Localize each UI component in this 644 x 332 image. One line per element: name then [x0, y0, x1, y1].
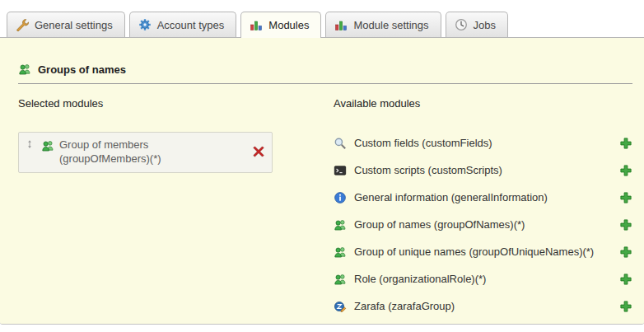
available-module-label: Group of unique names (groupOfUniqueName… — [354, 245, 594, 258]
available-module-item-role: Role (organizationalRole)(*) — [334, 265, 632, 292]
available-module-item-zarafa: Zarafa (zarafaGroup) — [334, 292, 632, 320]
selected-modules-column: Selected modules Group of members (group… — [18, 97, 334, 320]
available-module-item-general-information: General information (generalInformation) — [334, 184, 632, 211]
page-title: Groups of names — [38, 63, 126, 76]
tab-label: Jobs — [474, 19, 496, 31]
group-icon — [41, 139, 54, 152]
selected-module-item-group-of-members[interactable]: Group of members (groupOfMembers)(*) — [18, 132, 273, 173]
available-module-label: Role (organizationalRole)(*) — [354, 273, 486, 285]
selected-modules-list: Group of members (groupOfMembers)(*) — [18, 132, 334, 173]
add-module-button[interactable] — [619, 191, 632, 204]
magnifier-icon — [334, 137, 347, 150]
modules-icon — [250, 18, 263, 31]
modules-icon — [334, 18, 348, 31]
available-module-item-custom-fields: Custom fields (customFields) — [334, 129, 632, 157]
add-module-button[interactable] — [619, 245, 632, 259]
group-icon — [334, 245, 347, 259]
tab-label: Modules — [268, 19, 309, 31]
available-module-label: Custom fields (customFields) — [354, 137, 492, 149]
available-module-label: Custom scripts (customScripts) — [354, 164, 502, 176]
tab-module-settings[interactable]: Module settings — [325, 12, 441, 37]
clock-icon — [455, 18, 468, 31]
zarafa-icon — [334, 300, 347, 313]
info-icon — [334, 191, 347, 204]
group-icon — [334, 218, 347, 231]
selected-modules-heading: Selected modules — [18, 97, 334, 110]
tab-bar: General settings Account types Modules M… — [0, 0, 644, 37]
group-icon — [18, 63, 31, 76]
wrench-icon — [16, 18, 29, 31]
selected-module-text: Group of members (groupOfMembers)(*) — [59, 137, 247, 166]
tab-jobs[interactable]: Jobs — [446, 12, 508, 37]
selected-module-label: Group of members — [59, 138, 148, 151]
available-module-label: Group of names (groupOfNames)(*) — [354, 218, 525, 231]
available-modules-heading: Available modules — [334, 97, 632, 110]
add-module-button[interactable] — [619, 164, 632, 177]
add-module-button[interactable] — [619, 218, 632, 231]
tab-modules[interactable]: Modules — [240, 12, 321, 38]
available-module-item-group-of-names: Group of names (groupOfNames)(*) — [334, 211, 632, 238]
add-module-button[interactable] — [619, 137, 632, 150]
modules-panel: Groups of names Selected modules Group o… — [0, 37, 644, 325]
tab-account-types[interactable]: Account types — [129, 12, 237, 37]
script-icon — [334, 164, 347, 177]
available-modules-list: Custom fields (customFields) Custom scri… — [334, 129, 632, 320]
gear-icon — [138, 18, 152, 31]
available-module-item-custom-scripts: Custom scripts (customScripts) — [334, 157, 632, 184]
drag-handle-icon[interactable] — [23, 137, 36, 151]
add-module-button[interactable] — [619, 273, 632, 286]
section-title: Groups of names — [18, 38, 632, 76]
available-module-label: Zarafa (zarafaGroup) — [354, 300, 455, 312]
selected-module-sublabel: (groupOfMembers)(*) — [59, 152, 161, 165]
tab-general-settings[interactable]: General settings — [7, 12, 125, 37]
title-divider — [18, 83, 632, 84]
remove-module-button[interactable] — [252, 145, 265, 158]
available-module-item-group-of-unique-names: Group of unique names (groupOfUniqueName… — [334, 238, 632, 265]
add-module-button[interactable] — [619, 300, 632, 313]
tab-label: Account types — [157, 19, 225, 31]
tab-label: Module settings — [353, 19, 428, 31]
modules-columns: Selected modules Group of members (group… — [18, 97, 632, 320]
group-icon — [334, 273, 347, 286]
tab-label: General settings — [35, 19, 113, 31]
available-module-label: General information (generalInformation) — [354, 191, 548, 203]
available-modules-column: Available modules Custom fields (customF… — [334, 97, 632, 320]
